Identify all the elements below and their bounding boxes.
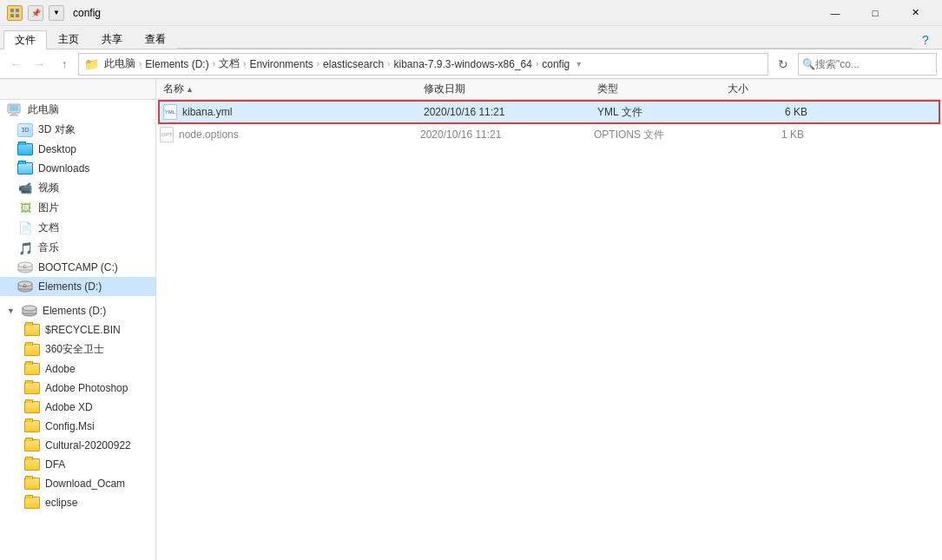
sidebar-item-download-ocam[interactable]: Download_Ocam — [0, 474, 155, 493]
videos-icon: 📹 — [17, 181, 33, 195]
sidebar-label: BOOTCAMP (C:) — [38, 261, 118, 273]
up-button[interactable]: ↑ — [54, 54, 75, 75]
svg-rect-6 — [11, 113, 16, 115]
yml-file-icon: YML — [163, 104, 179, 120]
this-pc-icon — [7, 103, 23, 117]
file-type-kibana: YML 文件 — [597, 105, 728, 120]
music-icon: 🎵 — [17, 241, 33, 255]
svg-rect-0 — [10, 9, 14, 12]
col-header-size[interactable]: 大小 — [724, 82, 811, 96]
back-button[interactable]: ← — [5, 54, 26, 75]
forward-button[interactable]: → — [30, 54, 50, 75]
elements-drive-icon — [22, 304, 37, 318]
search-box[interactable]: 🔍 — [798, 53, 937, 76]
sidebar-item-desktop[interactable]: Desktop — [0, 140, 155, 159]
elements-header-label: Elements (D:) — [43, 305, 106, 317]
folder-cultural-icon — [24, 438, 40, 452]
options-file-icon: OPT — [160, 127, 175, 142]
folder-config-icon — [24, 419, 40, 433]
sidebar-label: 360安全卫士 — [45, 342, 104, 357]
col-header-type[interactable]: 类型 — [594, 82, 724, 96]
address-bar-area: ← → ↑ 📁 此电脑 › Elements (D:) › 文档 › Envir… — [0, 49, 942, 79]
folder-dfa-icon — [24, 458, 40, 471]
elements-icon: D: — [17, 280, 33, 293]
col-header-modified[interactable]: 修改日期 — [420, 82, 594, 96]
refresh-button[interactable]: ↻ — [772, 53, 794, 76]
breadcrumb-documents[interactable]: 文档 — [219, 56, 240, 71]
sidebar-label: Cultural-20200922 — [45, 439, 131, 451]
sidebar-label: Downloads — [38, 162, 89, 175]
collapse-icon: ▼ — [7, 306, 15, 315]
tab-share[interactable]: 共享 — [90, 30, 134, 49]
file-row-kibana-yml[interactable]: YML kibana.yml 2020/10/16 11:21 YML 文件 6… — [160, 102, 939, 122]
tab-home[interactable]: 主页 — [47, 30, 90, 49]
breadcrumb-elements[interactable]: Elements (D:) — [145, 58, 208, 70]
pin-button[interactable]: 📌 — [28, 5, 43, 21]
downloads-icon — [17, 161, 33, 175]
sidebar-item-elements[interactable]: D: Elements (D:) — [0, 277, 155, 296]
file-row-node-options[interactable]: OPT node.options 2020/10/16 11:21 OPTION… — [156, 124, 942, 145]
search-input[interactable] — [815, 58, 919, 70]
sidebar-label: 音乐 — [38, 240, 59, 255]
down-arrow-button[interactable]: ▼ — [49, 5, 64, 21]
tab-view[interactable]: 查看 — [134, 30, 177, 49]
sidebar-elements-header[interactable]: ▼ Elements (D:) — [0, 301, 155, 320]
close-button[interactable]: ✕ — [895, 0, 935, 26]
file-type-node: OPTIONS 文件 — [594, 128, 724, 142]
sidebar-label: 视频 — [38, 181, 59, 195]
sort-arrow-name: ▲ — [186, 85, 194, 94]
sidebar-label: Config.Msi — [45, 420, 95, 432]
sidebar-item-adobe-xd[interactable]: Adobe XD — [0, 398, 155, 417]
help-button[interactable]: ? — [912, 33, 939, 49]
sidebar-item-pictures[interactable]: 🖼 图片 — [0, 198, 155, 218]
folder-adobe-xd-icon — [24, 400, 40, 414]
sidebar-item-videos[interactable]: 📹 视频 — [0, 178, 155, 198]
file-name-kibana: kibana.yml — [182, 106, 424, 118]
sidebar-label: 图片 — [38, 201, 59, 215]
3d-icon: 3D — [17, 123, 33, 137]
sidebar-item-360[interactable]: 360安全卫士 — [0, 339, 155, 359]
sidebar-item-adobe[interactable]: Adobe — [0, 359, 155, 379]
bootcamp-icon: C: — [17, 260, 33, 274]
sidebar-item-cultural[interactable]: Cultural-20200922 — [0, 436, 155, 455]
sidebar-label: Adobe XD — [45, 401, 93, 413]
sidebar-item-dfa[interactable]: DFA — [0, 455, 155, 474]
breadcrumb-kibana[interactable]: kibana-7.9.3-windows-x86_64 — [393, 58, 531, 70]
documents-icon: 📄 — [17, 221, 33, 235]
maximize-button[interactable]: □ — [855, 0, 895, 26]
svg-text:D:: D: — [23, 283, 28, 288]
sidebar-item-this-pc[interactable]: 此电脑 — [0, 100, 155, 120]
quick-access-button[interactable] — [7, 5, 23, 21]
sidebar-item-downloads[interactable]: Downloads — [0, 159, 155, 178]
breadcrumb-elasticsearch[interactable]: elasticsearch — [323, 58, 384, 70]
tab-file[interactable]: 文件 — [3, 30, 47, 49]
address-breadcrumb[interactable]: 📁 此电脑 › Elements (D:) › 文档 › Environment… — [78, 53, 768, 76]
sidebar-label: 3D 对象 — [38, 122, 76, 137]
title-bar-left: 📌 ▼ config — [7, 5, 101, 21]
sidebar: 此电脑 3D 3D 对象 Desktop Downloads 📹 视频 — [0, 100, 156, 560]
sidebar-label: DFA — [45, 458, 65, 471]
sidebar-item-3d[interactable]: 3D 3D 对象 — [0, 120, 155, 140]
breadcrumb-environments[interactable]: Environments — [249, 58, 313, 70]
ribbon: 文件 主页 共享 查看 ? — [0, 26, 942, 49]
svg-text:C:: C: — [23, 264, 28, 269]
sidebar-item-eclipse[interactable]: eclipse — [0, 493, 155, 512]
sidebar-item-config-msi[interactable]: Config.Msi — [0, 417, 155, 436]
file-date-node: 2020/10/16 11:21 — [420, 128, 594, 141]
breadcrumb-this-pc[interactable]: 此电脑 — [104, 56, 135, 71]
elements-section: ▼ Elements (D:) $RECYCLE.BIN 360安全卫士 — [0, 296, 155, 512]
selected-file-wrapper: YML kibana.yml 2020/10/16 11:21 YML 文件 6… — [156, 100, 942, 124]
sidebar-item-documents[interactable]: 📄 文档 — [0, 218, 155, 238]
breadcrumb-config[interactable]: config — [542, 58, 570, 70]
svg-rect-5 — [10, 105, 18, 111]
sidebar-item-bootcamp[interactable]: C: BOOTCAMP (C:) — [0, 258, 155, 277]
sidebar-label: Elements (D:) — [38, 280, 102, 293]
sidebar-col-spacer — [0, 79, 156, 99]
col-header-name[interactable]: 名称 ▲ — [160, 82, 420, 96]
sidebar-item-music[interactable]: 🎵 音乐 — [0, 238, 155, 258]
minimize-button[interactable]: — — [815, 0, 855, 26]
folder-adobe-icon — [24, 362, 40, 376]
sidebar-item-adobe-ps[interactable]: Adobe Photoshop — [0, 379, 155, 398]
sidebar-item-recycle[interactable]: $RECYCLE.BIN — [0, 320, 155, 339]
svg-point-18 — [23, 306, 36, 311]
